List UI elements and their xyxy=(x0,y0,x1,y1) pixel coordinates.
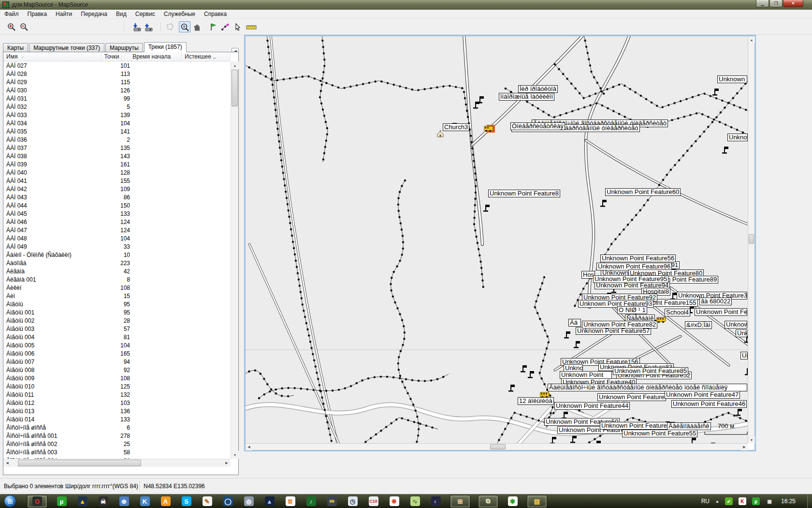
track-row[interactable]: Àìãóíü 006165 xyxy=(3,349,231,358)
track-row[interactable]: ÁÀÌ 027101 xyxy=(3,61,231,70)
waypoint-flag-icon[interactable] xyxy=(593,440,601,443)
tab-1[interactable]: Карты xyxy=(3,43,28,52)
taskbar-icon-acdsee-triangle[interactable]: ▲ xyxy=(263,495,276,508)
school-bus-icon[interactable] xyxy=(656,317,666,325)
taskbar-icon-opera[interactable]: O xyxy=(27,495,47,508)
track-row[interactable]: ÁÀÌ 030126 xyxy=(3,86,231,94)
menu-item-6[interactable]: Сервис xyxy=(131,10,160,18)
map-label[interactable]: Unknown Point Feature xyxy=(727,134,748,141)
tab-4[interactable]: Треки (1857) xyxy=(144,42,187,52)
taskbar-icon-skype[interactable]: S xyxy=(180,495,193,508)
taskbar-icon-orange-document[interactable]: ≣ xyxy=(284,495,297,508)
waypoint-flag-icon[interactable] xyxy=(519,364,527,374)
map-vertical-scrollbar[interactable]: ▲ ▼ xyxy=(748,36,754,443)
track-row[interactable]: ÁÀÌ 042109 xyxy=(3,185,231,193)
track-row[interactable]: ÁÀÌ 044150 xyxy=(3,201,231,209)
track-row[interactable]: Âàíèíî - Õîëìñê (Ñàõàëèí)10 xyxy=(3,251,231,259)
track-row[interactable]: ÁÀÌ 04386 xyxy=(3,193,231,201)
track-row[interactable]: ÁÀÌ 048104 xyxy=(3,234,231,242)
taskbar-icon-media-flower[interactable]: ❋ xyxy=(388,495,401,508)
zoom-out-button[interactable] xyxy=(18,21,30,32)
track-row[interactable]: ÁÀÌ 040128 xyxy=(3,168,231,177)
track-row[interactable]: Àìãóíü 00481 xyxy=(3,333,231,341)
map-label[interactable]: Unknown Point Feature46 xyxy=(671,400,747,408)
track-row[interactable]: Àìãóíü 00892 xyxy=(3,366,231,374)
map-label[interactable]: Unknown Point Feature85 xyxy=(613,367,688,375)
map-select-tool[interactable] xyxy=(164,21,176,32)
map-label[interactable]: Unknown Point xyxy=(560,371,612,379)
map-label[interactable]: 12 áîëüíèöà xyxy=(518,397,554,405)
selection-arrow-tool[interactable] xyxy=(232,21,244,32)
map-label[interactable]: Ur xyxy=(740,352,748,359)
track-row[interactable]: Àìãóíü 00228 xyxy=(3,316,231,325)
tray-utorrent-tray[interactable]: µ xyxy=(752,497,760,505)
map-label[interactable]: Unknown Point Feature xyxy=(597,393,666,401)
scroll-left-icon[interactable]: ◀ xyxy=(246,444,252,450)
list-horizontal-scrollbar[interactable]: ◀ ▶ xyxy=(3,459,231,467)
taskbar-icon-aimp[interactable]: A xyxy=(159,495,172,508)
track-row[interactable]: Âîñòî÷íîå øîññå 00358 xyxy=(3,448,231,456)
map-label[interactable]: Unknown Point Feature8 xyxy=(488,190,560,197)
taskbar-icon-timer-clock[interactable]: ◷ xyxy=(346,495,359,508)
track-row[interactable]: ÁÀÌ 03199 xyxy=(3,94,231,103)
scroll-left-icon[interactable]: ◀ xyxy=(3,459,11,467)
taskbar-icon-kmplayer[interactable]: K xyxy=(138,495,151,508)
track-row[interactable]: Áèêèí108 xyxy=(3,284,231,292)
minimize-button[interactable]: ▁ xyxy=(756,0,769,7)
tab-3[interactable]: Маршруты xyxy=(105,43,143,52)
map-label[interactable]: Óíèâåðñèòåòñêàÿ xyxy=(510,122,565,130)
route-tool[interactable] xyxy=(219,21,231,32)
map-label[interactable]: Unknown Point Feature xyxy=(717,75,747,83)
track-row[interactable]: Àìãóíü 012103 xyxy=(3,399,231,407)
scroll-right-icon[interactable]: ▶ xyxy=(741,444,748,450)
menu-item-8[interactable]: Справка xyxy=(200,10,231,18)
waypoint-flag-icon[interactable] xyxy=(743,367,748,377)
map-label[interactable]: Church3 xyxy=(443,123,469,131)
taskbar-icon-c10-3d[interactable]: C10 xyxy=(367,495,380,508)
track-row[interactable]: Àìãóíü 014133 xyxy=(3,415,231,423)
scroll-up-icon[interactable]: ▲ xyxy=(748,36,755,43)
list-vertical-scrollbar[interactable]: ▲ ▼ xyxy=(231,61,238,459)
taskbar-icon-delta-triangle[interactable]: ▲ xyxy=(76,495,89,508)
map-label[interactable]: Ìèð ïðîäóêòîâ xyxy=(518,85,558,93)
scrollbar-thumb[interactable] xyxy=(749,234,754,244)
track-row[interactable]: ÁÀÌ 037135 xyxy=(3,144,231,152)
map-label[interactable]: Unknown Point Feature55 xyxy=(622,430,697,437)
map-label[interactable]: School4 xyxy=(665,309,690,316)
map-label[interactable]: Unknown xyxy=(725,321,747,329)
map-horizontal-scrollbar[interactable]: ◀ ▶ xyxy=(246,443,748,450)
tray-kaspersky-k[interactable]: K xyxy=(739,497,746,505)
taskbar-icon-image-editor[interactable]: ✎ xyxy=(201,495,214,508)
track-row[interactable]: ÁÀÌ 033139 xyxy=(3,111,231,119)
track-row[interactable]: Àìãóíü 011132 xyxy=(3,390,231,399)
map-label[interactable]: &#xD;Ïäì xyxy=(685,321,712,329)
taskbar-icon-app-window-photos[interactable]: ⧉ xyxy=(478,495,498,508)
close-button[interactable]: ✕ xyxy=(783,0,803,7)
track-row[interactable]: Àìãóíü 010125 xyxy=(3,382,231,390)
map-label[interactable]: Unknown Point Feature44 xyxy=(554,402,630,410)
waypoint-flag-icon[interactable] xyxy=(688,437,696,443)
language-indicator[interactable]: RU xyxy=(701,498,710,505)
tray-network-status[interactable]: ▣ xyxy=(766,497,773,505)
track-row[interactable]: Àèì15 xyxy=(3,292,231,300)
menu-item-7[interactable]: Служебные xyxy=(160,10,200,18)
map-label[interactable]: Àá xyxy=(568,319,581,327)
track-row[interactable]: ÁÀÌ 04933 xyxy=(3,242,231,251)
menu-item-1[interactable]: Файл xyxy=(0,10,23,18)
taskbar-icon-mp3directcut[interactable]: ♪ xyxy=(304,495,318,508)
track-row[interactable]: Áàòîìãà223 xyxy=(3,259,231,267)
map-label[interactable]: Äàëüíåâîñòî÷íûé ãîñóäàðñòâåííûé óíèâåðñè… xyxy=(548,384,747,391)
taskbar-icon-app-window-blocks[interactable]: ⊞ xyxy=(450,495,470,508)
taskbar-clock[interactable]: 16:25 xyxy=(781,498,796,505)
map-label[interactable]: Unknown Point Feature47 xyxy=(665,391,740,399)
menu-item-5[interactable]: Вид xyxy=(112,10,131,18)
waypoint-flag-icon[interactable] xyxy=(549,436,556,443)
column-header-2[interactable]: Точки xyxy=(102,52,122,61)
track-row[interactable]: ÁÀÌ 041155 xyxy=(3,177,231,185)
taskbar-icon-green-leaf-card[interactable]: ∿ xyxy=(408,495,421,508)
waypoint-flag-icon[interactable] xyxy=(472,101,479,110)
menu-item-3[interactable]: Найти xyxy=(51,10,76,18)
track-row[interactable]: ÁÀÌ 0362 xyxy=(3,135,231,144)
map-label[interactable]: Unknown Point Feature60 xyxy=(605,188,681,196)
track-row[interactable]: Àìãóíü 009108 xyxy=(3,374,231,382)
